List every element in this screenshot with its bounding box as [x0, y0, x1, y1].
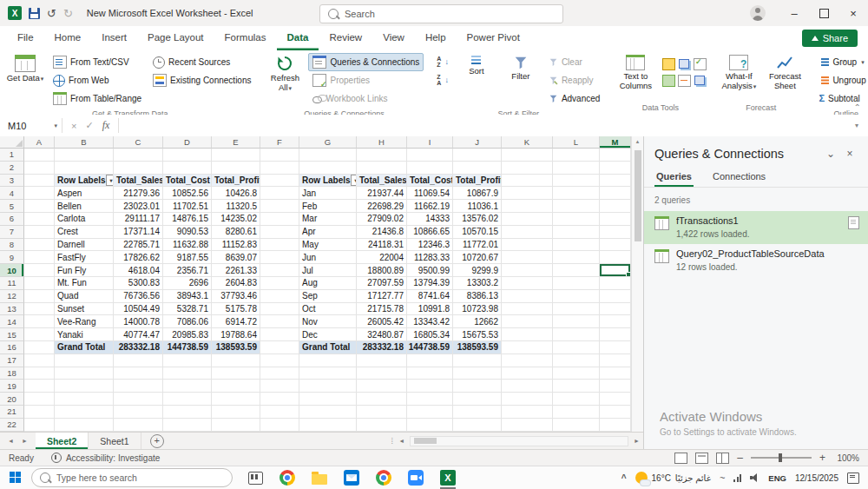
- cell-L1[interactable]: [553, 149, 600, 162]
- cell-C20[interactable]: [114, 393, 163, 406]
- cell-A11[interactable]: [24, 277, 55, 290]
- row-header-18[interactable]: 18: [0, 367, 24, 380]
- row-header-10[interactable]: 10: [0, 264, 24, 277]
- sort-button[interactable]: Sort: [456, 52, 497, 76]
- flash-fill-icon[interactable]: [662, 58, 675, 70]
- cell-H19[interactable]: [357, 380, 407, 393]
- manage-data-model-icon[interactable]: [694, 76, 705, 85]
- cell-C18[interactable]: [114, 367, 163, 380]
- cell-I12[interactable]: 8741.64: [407, 290, 453, 303]
- advanced-filter-button[interactable]: Advanced: [544, 89, 604, 108]
- cell-E19[interactable]: [212, 380, 260, 393]
- confirm-entry-icon[interactable]: ✓: [85, 120, 93, 131]
- cell-G17[interactable]: [299, 354, 357, 367]
- menu-tab-data[interactable]: Data: [277, 26, 319, 50]
- cell-L13[interactable]: [553, 303, 600, 316]
- zoom-in-icon[interactable]: +: [819, 452, 825, 464]
- row-header-15[interactable]: 15: [0, 328, 24, 341]
- cell-H16[interactable]: 283332.18: [357, 341, 407, 354]
- cell-D6[interactable]: 14876.15: [163, 213, 212, 226]
- cell-E22[interactable]: [212, 419, 260, 432]
- cell-C11[interactable]: 5300.83: [114, 277, 163, 290]
- cell-A2[interactable]: [24, 162, 55, 175]
- column-header-E[interactable]: E: [212, 136, 260, 149]
- tab-splitter[interactable]: ⁞: [391, 437, 394, 446]
- text-to-columns-button[interactable]: Text to Columns: [613, 52, 658, 91]
- cell-M16[interactable]: [600, 341, 631, 354]
- cell-L7[interactable]: [553, 226, 600, 239]
- row-header-3[interactable]: 3: [0, 175, 24, 188]
- column-header-L[interactable]: L: [553, 136, 600, 149]
- vertical-scrollbar[interactable]: ▲: [631, 136, 643, 432]
- cell-I20[interactable]: [407, 393, 453, 406]
- cell-A16[interactable]: [24, 341, 55, 354]
- cell-D19[interactable]: [163, 380, 212, 393]
- cell-M14[interactable]: [600, 315, 631, 328]
- cell-I22[interactable]: [407, 419, 453, 432]
- cell-E7[interactable]: 8280.61: [212, 226, 260, 239]
- row-header-22[interactable]: 22: [0, 419, 24, 432]
- cell-A8[interactable]: [24, 239, 55, 252]
- cell-A9[interactable]: [24, 251, 55, 264]
- cell-F10[interactable]: [260, 264, 299, 277]
- cell-B9[interactable]: FastFly: [55, 251, 114, 264]
- cell-H13[interactable]: 21715.78: [357, 303, 407, 316]
- cell-D1[interactable]: [163, 149, 212, 162]
- row-header-2[interactable]: 2: [0, 162, 24, 175]
- cell-B2[interactable]: [55, 162, 114, 175]
- accessibility-status[interactable]: Accessibility: Investigate: [44, 453, 167, 463]
- collapse-ribbon-icon[interactable]: ⌃: [854, 102, 861, 112]
- cell-M2[interactable]: [600, 162, 631, 175]
- data-validation-icon[interactable]: [694, 58, 707, 70]
- cell-M3[interactable]: [600, 175, 631, 188]
- normal-view-icon[interactable]: [674, 453, 687, 464]
- cell-F4[interactable]: [260, 187, 299, 200]
- cell-D17[interactable]: [163, 354, 212, 367]
- pane-tab-queries[interactable]: Queries: [654, 169, 694, 187]
- cell-I18[interactable]: [407, 367, 453, 380]
- cell-I7[interactable]: 10866.65: [407, 226, 453, 239]
- cell-I9[interactable]: 11283.33: [407, 251, 453, 264]
- cell-G9[interactable]: Jun: [299, 251, 357, 264]
- query-item[interactable]: fTransactions11,422 rows loaded.: [644, 211, 868, 244]
- cell-F3[interactable]: [260, 175, 299, 188]
- cell-E20[interactable]: [212, 393, 260, 406]
- cell-D12[interactable]: 38943.1: [163, 290, 212, 303]
- cell-E6[interactable]: 14235.02: [212, 213, 260, 226]
- zoom-out-icon[interactable]: –: [737, 452, 743, 464]
- cell-I19[interactable]: [407, 380, 453, 393]
- cell-F21[interactable]: [260, 406, 299, 419]
- cell-D2[interactable]: [163, 162, 212, 175]
- cell-F12[interactable]: [260, 290, 299, 303]
- search-box[interactable]: Search: [319, 4, 563, 23]
- cell-D22[interactable]: [163, 419, 212, 432]
- cell-K11[interactable]: [502, 277, 553, 290]
- clear-filter-button[interactable]: Clear: [544, 53, 604, 71]
- system-date[interactable]: 12/15/2025: [795, 473, 838, 483]
- cell-G5[interactable]: Feb: [299, 200, 357, 213]
- column-header-B[interactable]: B: [55, 136, 114, 149]
- cell-B20[interactable]: [55, 393, 114, 406]
- column-header-D[interactable]: D: [163, 136, 212, 149]
- cell-G18[interactable]: [299, 367, 357, 380]
- cell-J19[interactable]: [453, 380, 502, 393]
- cell-K14[interactable]: [502, 315, 553, 328]
- cell-B10[interactable]: Fun Fly: [55, 264, 114, 277]
- workbook-links-button[interactable]: Workbook Links: [308, 89, 424, 108]
- cell-G20[interactable]: [299, 393, 357, 406]
- cell-M6[interactable]: [600, 213, 631, 226]
- start-button[interactable]: [0, 466, 31, 489]
- cell-I17[interactable]: [407, 354, 453, 367]
- column-header-J[interactable]: J: [453, 136, 502, 149]
- consolidate-icon[interactable]: [662, 75, 675, 87]
- cell-H11[interactable]: 27097.59: [357, 277, 407, 290]
- pen-icon[interactable]: ~: [720, 472, 725, 483]
- insert-function-icon[interactable]: fx: [102, 119, 110, 132]
- cell-K15[interactable]: [502, 328, 553, 341]
- cell-J6[interactable]: 13576.02: [453, 213, 502, 226]
- cell-L16[interactable]: [553, 341, 600, 354]
- cell-L6[interactable]: [553, 213, 600, 226]
- cell-L18[interactable]: [553, 367, 600, 380]
- menu-tab-review[interactable]: Review: [319, 26, 372, 50]
- hscroll-right-icon[interactable]: ►: [634, 438, 640, 444]
